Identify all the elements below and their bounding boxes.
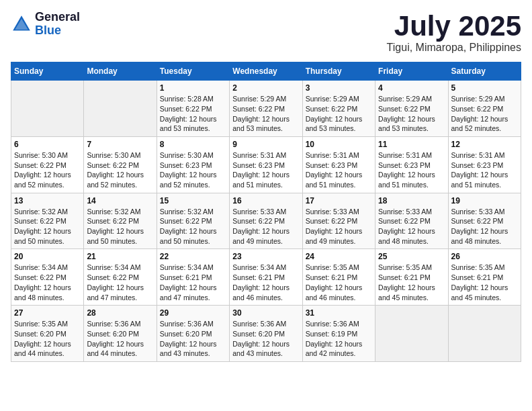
- day-info: Sunrise: 5:29 AMSunset: 6:22 PMDaylight:…: [451, 94, 518, 134]
- calendar-body: 1Sunrise: 5:28 AMSunset: 6:22 PMDaylight…: [11, 81, 521, 362]
- calendar-cell: 9Sunrise: 5:31 AMSunset: 6:23 PMDaylight…: [230, 136, 302, 193]
- day-info: Sunrise: 5:29 AMSunset: 6:22 PMDaylight:…: [378, 94, 445, 134]
- calendar-week-row: 6Sunrise: 5:30 AMSunset: 6:22 PMDaylight…: [11, 136, 521, 193]
- day-number: 30: [232, 308, 299, 318]
- day-info: Sunrise: 5:34 AMSunset: 6:22 PMDaylight:…: [14, 263, 81, 302]
- day-number: 2: [232, 83, 299, 93]
- day-info: Sunrise: 5:31 AMSunset: 6:23 PMDaylight:…: [378, 150, 445, 190]
- title-block: July 2025 Tigui, Mimaropa, Philippines: [387, 11, 521, 54]
- calendar-cell: 3Sunrise: 5:29 AMSunset: 6:22 PMDaylight…: [302, 81, 375, 137]
- day-info: Sunrise: 5:31 AMSunset: 6:23 PMDaylight:…: [451, 150, 518, 190]
- day-info: Sunrise: 5:36 AMSunset: 6:20 PMDaylight:…: [160, 319, 226, 359]
- calendar-week-row: 20Sunrise: 5:34 AMSunset: 6:22 PMDayligh…: [11, 249, 521, 306]
- calendar-cell: 24Sunrise: 5:35 AMSunset: 6:21 PMDayligh…: [302, 249, 375, 306]
- calendar-header: SundayMondayTuesdayWednesdayThursdayFrid…: [11, 62, 521, 81]
- calendar-cell: [448, 306, 521, 362]
- day-info: Sunrise: 5:35 AMSunset: 6:21 PMDaylight:…: [378, 263, 445, 302]
- calendar-cell: 7Sunrise: 5:30 AMSunset: 6:22 PMDaylight…: [84, 136, 157, 193]
- day-info: Sunrise: 5:28 AMSunset: 6:22 PMDaylight:…: [160, 94, 226, 134]
- calendar-cell: 17Sunrise: 5:33 AMSunset: 6:22 PMDayligh…: [302, 193, 375, 249]
- calendar-cell: 26Sunrise: 5:35 AMSunset: 6:21 PMDayligh…: [448, 249, 521, 306]
- calendar-cell: 30Sunrise: 5:36 AMSunset: 6:20 PMDayligh…: [230, 306, 302, 362]
- day-info: Sunrise: 5:32 AMSunset: 6:22 PMDaylight:…: [87, 207, 153, 246]
- calendar-cell: 19Sunrise: 5:33 AMSunset: 6:22 PMDayligh…: [448, 193, 521, 249]
- day-info: Sunrise: 5:34 AMSunset: 6:21 PMDaylight:…: [232, 263, 299, 302]
- day-info: Sunrise: 5:33 AMSunset: 6:22 PMDaylight:…: [232, 207, 299, 246]
- day-number: 10: [306, 140, 372, 149]
- weekday-header: Wednesday: [230, 62, 302, 81]
- day-number: 15: [160, 196, 226, 205]
- day-info: Sunrise: 5:29 AMSunset: 6:22 PMDaylight:…: [232, 94, 299, 134]
- day-number: 5: [451, 83, 518, 93]
- calendar-cell: 27Sunrise: 5:35 AMSunset: 6:20 PMDayligh…: [11, 306, 84, 362]
- day-number: 21: [87, 252, 153, 261]
- calendar-cell: 21Sunrise: 5:34 AMSunset: 6:22 PMDayligh…: [84, 249, 157, 306]
- day-info: Sunrise: 5:35 AMSunset: 6:21 PMDaylight:…: [451, 263, 518, 302]
- day-number: 7: [87, 140, 153, 149]
- day-number: 22: [160, 252, 226, 261]
- day-info: Sunrise: 5:35 AMSunset: 6:20 PMDaylight:…: [14, 319, 81, 359]
- calendar-cell: 4Sunrise: 5:29 AMSunset: 6:22 PMDaylight…: [375, 81, 448, 137]
- day-number: 26: [451, 252, 518, 261]
- day-info: Sunrise: 5:32 AMSunset: 6:22 PMDaylight:…: [160, 207, 226, 246]
- calendar-week-row: 27Sunrise: 5:35 AMSunset: 6:20 PMDayligh…: [11, 306, 521, 362]
- day-info: Sunrise: 5:34 AMSunset: 6:22 PMDaylight:…: [87, 263, 153, 302]
- day-info: Sunrise: 5:30 AMSunset: 6:23 PMDaylight:…: [160, 150, 226, 190]
- calendar-cell: 16Sunrise: 5:33 AMSunset: 6:22 PMDayligh…: [230, 193, 302, 249]
- calendar-cell: 28Sunrise: 5:36 AMSunset: 6:20 PMDayligh…: [84, 306, 157, 362]
- day-number: 25: [378, 252, 445, 261]
- day-number: 16: [232, 196, 299, 205]
- calendar-cell: 31Sunrise: 5:36 AMSunset: 6:19 PMDayligh…: [302, 306, 375, 362]
- logo-line1: General: [35, 11, 80, 24]
- day-info: Sunrise: 5:29 AMSunset: 6:22 PMDaylight:…: [306, 94, 372, 134]
- calendar-cell: [84, 81, 157, 137]
- day-number: 23: [232, 252, 299, 261]
- calendar-cell: 11Sunrise: 5:31 AMSunset: 6:23 PMDayligh…: [375, 136, 448, 193]
- weekday-header: Saturday: [448, 62, 521, 81]
- weekday-header: Tuesday: [157, 62, 229, 81]
- day-number: 24: [306, 252, 372, 261]
- logo-line2: Blue: [35, 24, 80, 38]
- calendar-cell: 8Sunrise: 5:30 AMSunset: 6:23 PMDaylight…: [157, 136, 229, 193]
- day-number: 3: [306, 83, 372, 93]
- calendar-cell: 25Sunrise: 5:35 AMSunset: 6:21 PMDayligh…: [375, 249, 448, 306]
- calendar-cell: 29Sunrise: 5:36 AMSunset: 6:20 PMDayligh…: [157, 306, 229, 362]
- day-info: Sunrise: 5:35 AMSunset: 6:21 PMDaylight:…: [306, 263, 372, 302]
- calendar-cell: 1Sunrise: 5:28 AMSunset: 6:22 PMDaylight…: [157, 81, 229, 137]
- calendar-cell: 5Sunrise: 5:29 AMSunset: 6:22 PMDaylight…: [448, 81, 521, 137]
- day-info: Sunrise: 5:30 AMSunset: 6:22 PMDaylight:…: [87, 150, 153, 190]
- weekday-header: Friday: [375, 62, 448, 81]
- logo: General Blue: [11, 11, 80, 38]
- calendar-cell: [11, 81, 84, 137]
- calendar-cell: 12Sunrise: 5:31 AMSunset: 6:23 PMDayligh…: [448, 136, 521, 193]
- day-info: Sunrise: 5:31 AMSunset: 6:23 PMDaylight:…: [232, 150, 299, 190]
- calendar-cell: [375, 306, 448, 362]
- day-info: Sunrise: 5:33 AMSunset: 6:22 PMDaylight:…: [451, 207, 518, 246]
- day-number: 29: [160, 308, 226, 318]
- day-info: Sunrise: 5:30 AMSunset: 6:22 PMDaylight:…: [14, 150, 81, 190]
- day-info: Sunrise: 5:33 AMSunset: 6:22 PMDaylight:…: [306, 207, 372, 246]
- day-number: 8: [160, 140, 226, 149]
- day-number: 27: [14, 308, 81, 318]
- day-info: Sunrise: 5:31 AMSunset: 6:23 PMDaylight:…: [306, 150, 372, 190]
- weekday-header: Sunday: [11, 62, 84, 81]
- day-number: 19: [451, 196, 518, 205]
- calendar-week-row: 1Sunrise: 5:28 AMSunset: 6:22 PMDaylight…: [11, 81, 521, 137]
- day-number: 1: [160, 83, 226, 93]
- calendar-cell: 15Sunrise: 5:32 AMSunset: 6:22 PMDayligh…: [157, 193, 229, 249]
- calendar-cell: 2Sunrise: 5:29 AMSunset: 6:22 PMDaylight…: [230, 81, 302, 137]
- calendar-cell: 23Sunrise: 5:34 AMSunset: 6:21 PMDayligh…: [230, 249, 302, 306]
- calendar-cell: 20Sunrise: 5:34 AMSunset: 6:22 PMDayligh…: [11, 249, 84, 306]
- day-number: 11: [378, 140, 445, 149]
- calendar-cell: 14Sunrise: 5:32 AMSunset: 6:22 PMDayligh…: [84, 193, 157, 249]
- calendar-cell: 13Sunrise: 5:32 AMSunset: 6:22 PMDayligh…: [11, 193, 84, 249]
- day-number: 6: [14, 140, 81, 149]
- logo-icon: [11, 13, 32, 35]
- calendar-cell: 10Sunrise: 5:31 AMSunset: 6:23 PMDayligh…: [302, 136, 375, 193]
- calendar-cell: 6Sunrise: 5:30 AMSunset: 6:22 PMDaylight…: [11, 136, 84, 193]
- month-title: July 2025: [387, 11, 521, 42]
- weekday-header: Monday: [84, 62, 157, 81]
- weekday-header: Thursday: [302, 62, 375, 81]
- day-number: 18: [378, 196, 445, 205]
- calendar-cell: 18Sunrise: 5:33 AMSunset: 6:22 PMDayligh…: [375, 193, 448, 249]
